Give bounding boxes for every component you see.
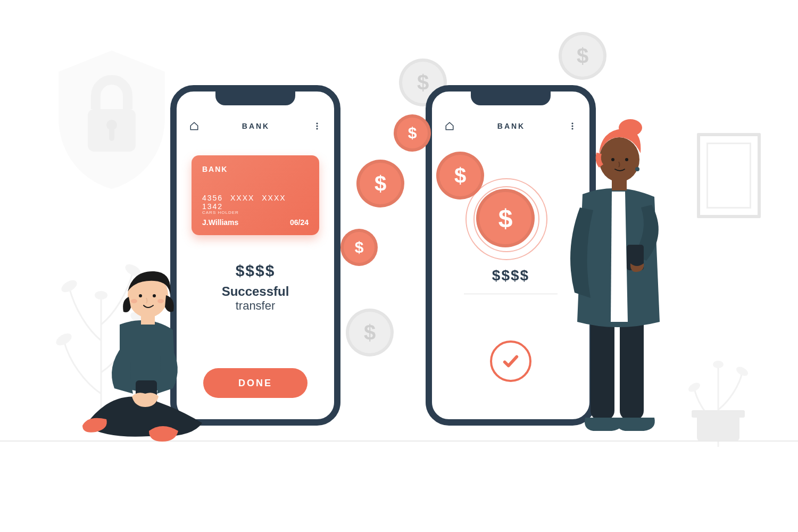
svg-rect-24 — [591, 314, 614, 420]
coin-ghost-decor: $ — [346, 309, 394, 356]
plant-pot-decor — [697, 415, 739, 442]
picture-frame-decor — [697, 133, 761, 218]
home-icon[interactable] — [189, 121, 199, 131]
svg-point-13 — [316, 128, 318, 129]
svg-point-29 — [619, 119, 642, 136]
more-icon[interactable] — [313, 122, 321, 130]
svg-point-23 — [157, 299, 164, 303]
card-number: 4356 XXXX XXXX 1342 — [202, 194, 309, 211]
phone-notch — [215, 90, 295, 105]
illustration-scene: $ $ $ BANK BANK 4356 XXXX XXXX 1342 CARS… — [0, 0, 798, 532]
svg-point-31 — [611, 158, 614, 161]
svg-point-12 — [316, 125, 318, 127]
svg-point-21 — [153, 294, 156, 297]
svg-point-9 — [735, 365, 750, 378]
person-sender-illustration — [69, 266, 229, 442]
card-holder-label: CARS HOLDER — [202, 210, 239, 215]
svg-point-10 — [713, 361, 724, 368]
svg-point-22 — [131, 299, 137, 303]
plant-pot-rim-decor — [692, 410, 745, 418]
card-holder-name: J.Williams — [202, 218, 238, 227]
security-shield-decor — [51, 48, 173, 192]
svg-point-30 — [635, 167, 639, 171]
home-icon[interactable] — [445, 121, 454, 131]
coin-icon: $ — [394, 114, 431, 152]
svg-point-32 — [625, 158, 628, 161]
success-check-icon — [490, 340, 531, 382]
person-receiver-illustration — [553, 112, 692, 442]
coin-icon: $ — [476, 189, 535, 247]
svg-point-11 — [316, 122, 318, 124]
bank-card: BANK 4356 XXXX XXXX 1342 CARS HOLDER J.W… — [192, 155, 319, 235]
svg-point-28 — [599, 137, 639, 182]
svg-rect-25 — [620, 314, 644, 420]
card-bank-label: BANK — [202, 165, 309, 173]
app-title: BANK — [242, 122, 270, 130]
coin-icon: $ — [356, 160, 404, 207]
phone-navbar: BANK — [177, 118, 334, 134]
divider — [464, 294, 558, 294]
card-expiry: 06/24 — [290, 218, 309, 227]
app-title: BANK — [497, 122, 525, 130]
coin-ghost-decor: $ — [559, 32, 606, 80]
svg-rect-2 — [109, 128, 114, 141]
phone-notch — [471, 90, 551, 105]
coin-icon: $ — [340, 229, 378, 266]
svg-point-20 — [139, 294, 142, 297]
